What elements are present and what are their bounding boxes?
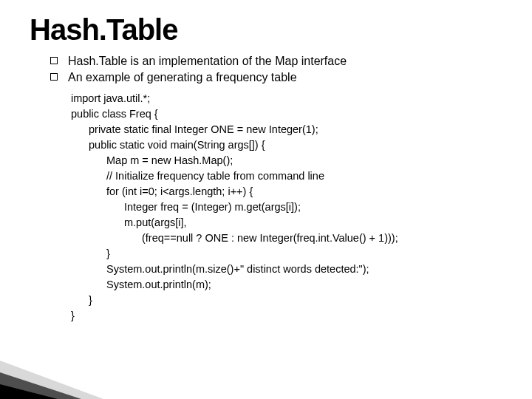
code-line: import java.util.*; — [71, 91, 502, 106]
code-line: (freq==null ? ONE : new Integer(freq.int… — [71, 231, 502, 246]
svg-marker-2 — [0, 384, 58, 399]
code-line: } — [71, 246, 502, 262]
code-line: } — [71, 293, 502, 308]
code-line: System.out.println(m.size()+" distinct w… — [71, 262, 502, 277]
slide: Hash.Table Hash.Table is an implementati… — [0, 0, 532, 399]
code-line: private static final Integer ONE = new I… — [71, 122, 502, 137]
code-line: public static void main(String args[]) { — [71, 137, 502, 153]
square-bullet-icon — [50, 73, 58, 81]
code-line: } — [71, 308, 502, 324]
code-line: public class Freq { — [71, 106, 502, 122]
svg-marker-1 — [0, 372, 81, 399]
bullet-item: An example of generating a frequency tab… — [50, 70, 502, 85]
code-line: for (int i=0; i<args.length; i++) { — [71, 184, 502, 200]
slide-title: Hash.Table — [30, 13, 502, 47]
code-line: System.out.println(m); — [71, 277, 502, 293]
code-line: Map m = new Hash.Map(); — [71, 153, 502, 168]
code-line: // Initialize frequency table from comma… — [71, 168, 502, 184]
bullet-text: An example of generating a frequency tab… — [68, 70, 297, 85]
code-block: import java.util.*; public class Freq { … — [71, 91, 502, 324]
bullet-list: Hash.Table is an implementation of the M… — [50, 54, 502, 85]
code-line: m.put(args[i], — [71, 215, 502, 231]
slide-decoration-icon — [0, 347, 103, 399]
bullet-text: Hash.Table is an implementation of the M… — [68, 54, 347, 69]
bullet-item: Hash.Table is an implementation of the M… — [50, 54, 502, 69]
square-bullet-icon — [50, 57, 58, 64]
code-line: Integer freq = (Integer) m.get(args[i]); — [71, 200, 502, 215]
svg-marker-0 — [0, 361, 103, 399]
